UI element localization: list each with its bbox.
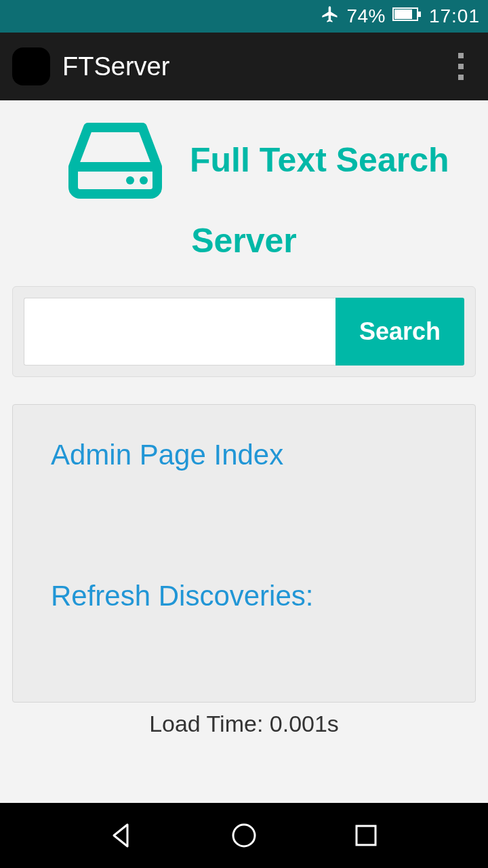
clock-time: 17:01	[429, 5, 480, 27]
page-title-line2: Server	[191, 221, 297, 260]
search-input[interactable]	[24, 298, 336, 366]
overflow-menu-button[interactable]	[446, 46, 476, 87]
server-drive-icon	[68, 119, 163, 201]
admin-page-index-link[interactable]: Admin Page Index	[51, 439, 437, 471]
app-bar: FTServer	[0, 33, 488, 100]
hero: Full Text Search Server	[0, 100, 488, 267]
svg-point-6	[233, 825, 255, 846]
app-icon	[12, 47, 50, 85]
svg-point-5	[140, 176, 148, 184]
status-bar: 74% 17:01	[0, 0, 488, 33]
app-title: FTServer	[62, 52, 446, 81]
refresh-discoveries-link[interactable]: Refresh Discoveries:	[51, 580, 437, 612]
battery-percent: 74%	[346, 5, 386, 27]
system-nav-bar	[0, 803, 488, 868]
home-button[interactable]	[226, 818, 262, 853]
recent-apps-button[interactable]	[348, 818, 384, 853]
main-content: Full Text Search Server Search Admin Pag…	[0, 100, 488, 737]
airplane-mode-icon	[321, 5, 340, 28]
load-time-text: Load Time: 0.001s	[0, 711, 488, 737]
svg-rect-1	[394, 9, 412, 19]
svg-point-4	[126, 176, 134, 184]
search-button[interactable]: Search	[336, 298, 464, 366]
battery-icon	[392, 5, 422, 27]
links-card: Admin Page Index Refresh Discoveries:	[12, 404, 476, 703]
search-card: Search	[12, 286, 476, 377]
page-title-line1: Full Text Search	[190, 140, 449, 180]
svg-rect-2	[418, 12, 421, 17]
back-button[interactable]	[104, 818, 140, 853]
svg-rect-7	[357, 826, 375, 845]
